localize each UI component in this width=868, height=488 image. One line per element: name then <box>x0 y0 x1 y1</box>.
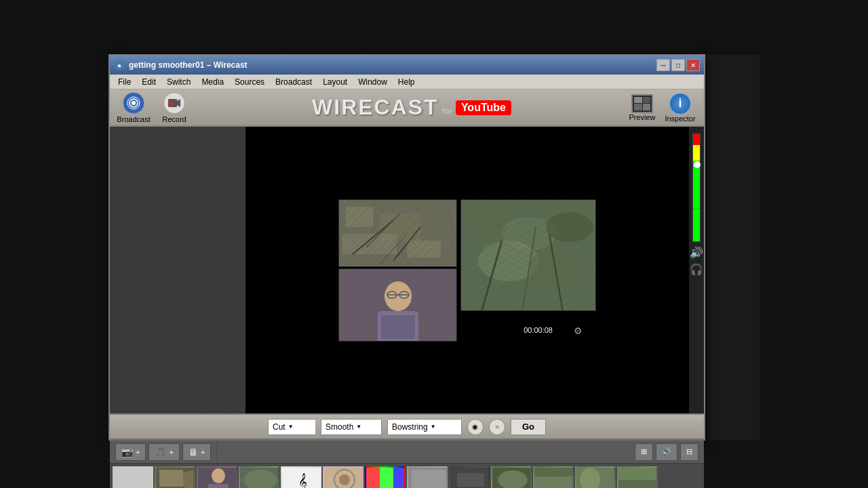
thumb-indianhead-img <box>323 466 363 488</box>
source-toolbar-right: ⊞ 🔊 ⊟ <box>635 443 698 461</box>
thumb-dsc-6298[interactable]: DSC_6298.A <box>449 466 490 488</box>
menu-layout[interactable]: Layout <box>317 76 353 88</box>
cut-dropdown-arrow: ▼ <box>288 424 294 430</box>
volume-icon[interactable]: 🔊 <box>690 246 703 259</box>
menu-help[interactable]: Help <box>393 76 420 88</box>
thumb-dsc-7230[interactable]: DSC_7230.A <box>617 466 658 488</box>
thumb-blank-shot-img <box>113 466 153 488</box>
camera-icon: 📷 <box>121 447 133 458</box>
thumb-fullscreen[interactable]: Fullscreen ca <box>365 466 406 488</box>
preview-button[interactable]: Preview <box>625 94 659 121</box>
thumb-wirecast-image[interactable]: wirecastImag <box>155 466 195 488</box>
window-controls: ─ □ ✕ <box>656 59 700 71</box>
svg-rect-38 <box>208 484 229 488</box>
maximize-button[interactable]: □ <box>671 59 685 71</box>
record-icon <box>163 92 185 114</box>
transition-bowstring-select[interactable]: Bowstring ▼ <box>387 419 462 435</box>
add-media-label: + <box>169 448 173 456</box>
audio-meter: 🔊 🎧 <box>689 127 704 413</box>
svg-rect-24 <box>461 200 596 311</box>
thumbnail-row-1: Blank Shot wirecastImag Camera <box>113 466 701 488</box>
bowstring-dropdown-arrow: ▼ <box>431 424 436 430</box>
minimize-button[interactable]: ─ <box>656 59 670 71</box>
svg-point-45 <box>339 474 350 485</box>
menu-switch[interactable]: Switch <box>161 76 196 88</box>
window-title: getting smoother01 – Wirecast <box>129 60 656 70</box>
fullscreen-button[interactable]: ⊟ <box>680 443 698 461</box>
add-screen-label: + <box>201 448 205 456</box>
thumb-dsc-7237[interactable]: DSC_7237.A <box>533 466 574 488</box>
transition-preview-btn[interactable]: ◉ <box>467 419 484 435</box>
broadcast-button[interactable]: Broadcast <box>117 92 151 123</box>
transition-type-select[interactable]: Cut ▼ <box>268 419 315 435</box>
svg-point-17 <box>384 281 412 311</box>
menu-window[interactable]: Window <box>353 76 393 88</box>
video-timestamp: 00:00:08 <box>521 325 555 335</box>
go-button[interactable]: Go <box>511 419 546 435</box>
svg-point-26 <box>502 217 556 251</box>
add-media-source-button[interactable]: 🎵 + <box>149 443 179 461</box>
menu-file[interactable]: File <box>113 76 136 88</box>
video-clip-bottom-left <box>338 268 457 342</box>
headphone-icon[interactable]: 🎧 <box>690 263 703 276</box>
svg-line-12 <box>366 214 400 247</box>
svg-rect-47 <box>380 466 393 488</box>
content-area: 00:00:08 ⚙ 🔊 🎧 <box>110 127 704 413</box>
add-video-source-button[interactable]: 📷 + <box>115 443 146 461</box>
add-video-label: + <box>136 448 140 456</box>
svg-point-25 <box>468 207 509 234</box>
bowstring-label: Bowstring <box>392 422 428 432</box>
thumb-dsc-6293[interactable]: DSC_6293.A <box>407 466 448 488</box>
thumb-dsc-7237-img <box>533 466 574 488</box>
menu-media[interactable]: Media <box>196 76 229 88</box>
add-screen-source-button[interactable]: 🖥 + <box>182 443 211 461</box>
toolbar-separator <box>216 444 217 460</box>
transition-smooth-select[interactable]: Smooth ▼ <box>321 419 382 435</box>
thumb-indianhead[interactable]: indianheadMi <box>323 466 363 488</box>
menu-edit[interactable]: Edit <box>136 76 161 88</box>
svg-point-29 <box>529 249 583 287</box>
preview-icon <box>631 94 653 113</box>
svg-rect-19 <box>381 315 415 339</box>
broadcast-label: Broadcast <box>117 115 151 123</box>
thumb-camera[interactable]: Camera <box>197 466 237 488</box>
record-button[interactable]: Record <box>157 92 191 123</box>
toolbar-right: Preview i Inspector <box>625 93 697 123</box>
inspector-button[interactable]: i Inspector <box>663 93 697 123</box>
source-toolbar: 📷 + 🎵 + 🖥 + ⊞ 🔊 ⊟ <box>110 441 704 464</box>
transition-auto-btn[interactable]: ○ <box>489 419 505 435</box>
svg-rect-48 <box>393 466 404 488</box>
menu-broadcast[interactable]: Broadcast <box>270 76 317 88</box>
video-preview-area: 00:00:08 ⚙ <box>245 127 689 413</box>
video-settings-icon[interactable]: ⚙ <box>574 325 583 336</box>
thumb-dsc-7229-img <box>491 466 532 488</box>
svg-line-11 <box>353 220 393 254</box>
toolbar: Broadcast Record WIRECAST for YouTube <box>110 89 704 127</box>
menu-sources[interactable]: Sources <box>229 76 270 88</box>
thumb-wirecast-image-img <box>155 466 195 488</box>
meter-peak-indicator <box>694 161 701 168</box>
video-composite: 00:00:08 ⚙ <box>338 199 596 342</box>
app-window: ● getting smoother01 – Wirecast ─ □ ✕ Fi… <box>108 54 705 441</box>
thumb-dsc-7238-img <box>575 466 616 488</box>
thumb-dsc-6278[interactable]: DSC_6278.A <box>239 466 279 488</box>
thumb-dsc-6293-img <box>407 466 448 488</box>
thumb-microphone[interactable]: 𝄞 Microphone <box>281 466 321 488</box>
svg-rect-7 <box>346 207 373 227</box>
controls-bar: Cut ▼ Smooth ▼ Bowstring ▼ ◉ ○ Go <box>110 413 704 439</box>
brand-youtube: YouTube <box>456 100 511 115</box>
thumb-dsc-7229[interactable]: DSC_7229.A <box>491 466 532 488</box>
title-bar: ● getting smoother01 – Wirecast ─ □ ✕ <box>110 56 704 75</box>
close-button[interactable]: ✕ <box>686 59 700 71</box>
thumbnail-strip: Blank Shot wirecastImag Camera <box>110 464 704 488</box>
thumb-dsc-6298-img <box>449 466 490 488</box>
layout-grid-button[interactable]: ⊞ <box>635 443 653 461</box>
svg-line-32 <box>549 234 563 311</box>
thumb-microphone-img: 𝄞 <box>281 466 321 488</box>
thumb-blank-shot[interactable]: Blank Shot <box>113 466 153 488</box>
thumb-dsc-7238[interactable]: DSC_7238.A <box>575 466 616 488</box>
brand-for: for <box>442 106 452 116</box>
audio-mix-button[interactable]: 🔊 <box>656 443 677 461</box>
svg-point-5 <box>169 101 173 105</box>
screen-icon: 🖥 <box>189 447 198 458</box>
